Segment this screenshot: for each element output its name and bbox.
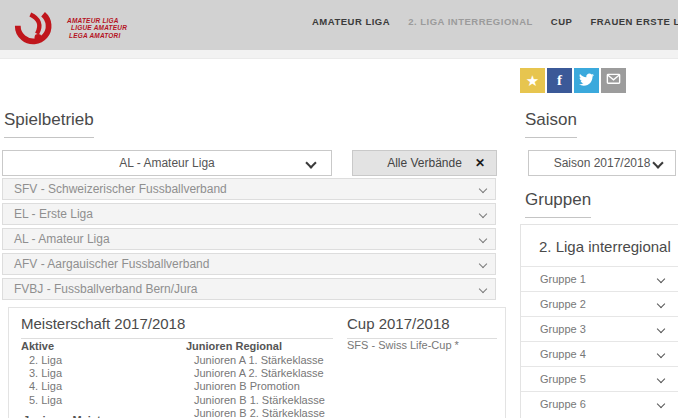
nav-item-cup[interactable]: CUP: [551, 16, 573, 27]
star-icon: ★: [526, 72, 539, 90]
filter-button-label: Alle Verbände: [387, 156, 462, 170]
federation-row-el[interactable]: EL - Erste Liga: [2, 203, 496, 225]
junioren-league-list: Junioren A 1. Stärkeklasse Junioren A 2.…: [194, 354, 325, 418]
social-share-bar: ★ f: [520, 68, 626, 93]
chevron-down-icon: [657, 350, 665, 358]
twitter-share-button[interactable]: [574, 68, 599, 93]
league-link[interactable]: 2. Liga: [29, 354, 62, 367]
gruppe-label: Gruppe 5: [540, 373, 586, 385]
chevron-down-icon: [657, 375, 665, 383]
chevron-down-icon: [479, 285, 487, 293]
saison-title: Saison: [525, 110, 577, 138]
gruppe-2-row[interactable]: Gruppe 2: [521, 291, 678, 316]
federation-row-afv[interactable]: AFV - Aargauischer Fussballverband: [2, 253, 496, 275]
gruppe-6-row[interactable]: Gruppe 6: [521, 391, 678, 416]
gruppe-label: Gruppe 3: [540, 323, 586, 335]
chevron-down-icon: [657, 300, 665, 308]
amateur-liga-logo-icon: [12, 5, 64, 51]
federation-row-sfv[interactable]: SFV - Schweizerischer Fussballverband: [2, 178, 496, 200]
gruppen-panel: 2. Liga interregional Gruppe 1 Gruppe 2 …: [520, 224, 678, 418]
favorite-star-button[interactable]: ★: [520, 68, 545, 93]
header-divider-strip: [0, 50, 678, 59]
cup-title: Cup 2017/2018: [347, 315, 497, 339]
league-link[interactable]: Junioren B 1. Stärkeklasse: [194, 394, 325, 407]
gruppe-3-row[interactable]: Gruppe 3: [521, 316, 678, 341]
amateur-liga-logo[interactable]: AMATEUR LIGA LIGUE AMATEUR LEGA AMATORI: [12, 5, 127, 51]
chevron-down-icon: [657, 325, 665, 333]
junioren-column-header: Junioren Regional: [186, 340, 282, 352]
twitter-bird-icon: [579, 72, 594, 90]
meisterschaft-panel: Meisterschaft 2017/2018 Cup 2017/2018 Ak…: [8, 307, 506, 418]
gruppe-5-row[interactable]: Gruppe 5: [521, 366, 678, 391]
federation-label: AL - Amateur Liga: [14, 232, 110, 246]
facebook-icon: f: [557, 72, 562, 89]
federation-label: AFV - Aargauischer Fussballverband: [14, 257, 209, 271]
logo-line: LEGA AMATORI: [69, 32, 127, 40]
gruppe-label: Gruppe 1: [540, 273, 586, 285]
gruppe-4-row[interactable]: Gruppe 4: [521, 341, 678, 366]
league-select[interactable]: AL - Amateur Liga: [2, 150, 332, 176]
meisterschaft-title: Meisterschaft 2017/2018: [21, 315, 333, 339]
alle-verbaende-filter-button[interactable]: Alle Verbände ✕: [352, 150, 497, 176]
federation-row-al[interactable]: AL - Amateur Liga: [2, 228, 496, 250]
league-link[interactable]: 5. Liga: [29, 394, 62, 407]
federation-label: SFV - Schweizerischer Fussballverband: [14, 182, 227, 196]
facebook-share-button[interactable]: f: [547, 68, 572, 93]
league-link[interactable]: 4. Liga: [29, 380, 62, 393]
aktive-column-header: Aktive: [21, 340, 54, 352]
league-link[interactable]: Junioren B Promotion: [194, 380, 325, 393]
chevron-down-icon: [479, 235, 487, 243]
aktive-league-list: 2. Liga 3. Liga 4. Liga 5. Liga: [29, 354, 62, 407]
league-select-value: AL - Amateur Liga: [119, 156, 215, 170]
federation-label: EL - Erste Liga: [14, 207, 93, 221]
chevron-down-icon: [479, 185, 487, 193]
main-nav: AMATEUR LIGA 2. LIGA INTERREGIONAL CUP F…: [312, 0, 678, 42]
league-link[interactable]: Junioren A 1. Stärkeklasse: [194, 354, 325, 367]
logo-line: AMATEUR LIGA: [67, 17, 127, 25]
gruppe-label: Gruppe 6: [540, 398, 586, 410]
junioren-meistergruppen-header: Junioren Meistergruppen: [23, 414, 155, 418]
league-link[interactable]: Junioren A 2. Stärkeklasse: [194, 367, 325, 380]
federation-row-fvbj[interactable]: FVBJ - Fussballverband Bern/Jura: [2, 278, 496, 300]
league-link[interactable]: 3. Liga: [29, 367, 62, 380]
nav-item-frauen-erste-liga[interactable]: FRAUEN ERSTE LIGA: [590, 16, 678, 27]
logo-wordmark: AMATEUR LIGA LIGUE AMATEUR LEGA AMATORI: [67, 17, 127, 40]
gruppe-label: Gruppe 4: [540, 348, 586, 360]
page-title-spielbetrieb: Spielbetrieb: [4, 110, 94, 138]
saison-select-value: Saison 2017/2018: [554, 156, 651, 170]
chevron-down-icon: [657, 400, 665, 408]
envelope-icon: [605, 71, 622, 90]
league-link[interactable]: Junioren B 2. Stärkeklasse: [194, 407, 325, 418]
chevron-down-icon: [305, 157, 316, 168]
gruppe-1-row[interactable]: Gruppe 1: [521, 266, 678, 291]
cup-list: SFS - Swiss Life-Cup *: [347, 339, 459, 352]
nav-item-2-liga-interregional[interactable]: 2. LIGA INTERREGIONAL: [408, 16, 533, 27]
nav-item-amateur-liga[interactable]: AMATEUR LIGA: [312, 16, 390, 27]
cup-link[interactable]: SFS - Swiss Life-Cup *: [347, 339, 459, 352]
email-share-button[interactable]: [601, 68, 626, 93]
gruppe-label: Gruppe 2: [540, 298, 586, 310]
chevron-down-icon: [657, 275, 665, 283]
chevron-down-icon: [652, 157, 663, 168]
gruppen-title: Gruppen: [525, 190, 591, 218]
chevron-down-icon: [479, 260, 487, 268]
saison-select[interactable]: Saison 2017/2018: [528, 150, 676, 176]
chevron-down-icon: [479, 210, 487, 218]
gruppen-panel-title: 2. Liga interregional: [539, 238, 671, 255]
close-icon: ✕: [475, 156, 485, 170]
logo-line: LIGUE AMATEUR: [71, 24, 127, 32]
federation-label: FVBJ - Fussballverband Bern/Jura: [14, 282, 197, 296]
